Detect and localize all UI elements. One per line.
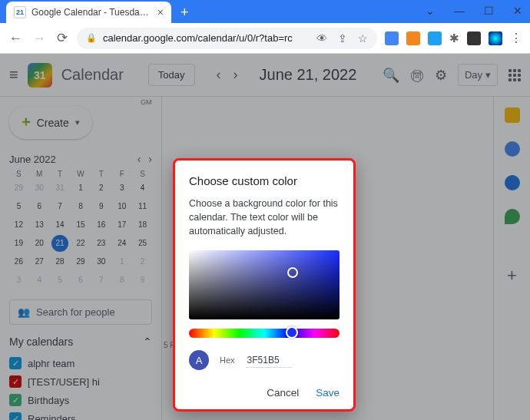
profile-avatar-icon[interactable]: [489, 31, 502, 45]
hex-input[interactable]: [246, 353, 292, 368]
color-saturation-area[interactable]: [189, 250, 340, 319]
tab-favicon-icon: 21: [14, 6, 26, 18]
extension-icon[interactable]: [467, 31, 481, 45]
tab-close-icon[interactable]: ×: [157, 6, 164, 18]
browser-menu-icon[interactable]: ⋮: [510, 31, 522, 45]
back-button[interactable]: ←: [8, 29, 24, 48]
extension-icon[interactable]: [428, 31, 442, 45]
color-picker-handle[interactable]: [287, 267, 298, 278]
window-close-icon[interactable]: ✕: [512, 5, 524, 17]
tab-title: Google Calendar - Tuesday, June: [31, 7, 153, 18]
browser-tab[interactable]: 21 Google Calendar - Tuesday, June ×: [6, 2, 171, 23]
lock-icon: 🔒: [86, 33, 97, 43]
window-minimize-icon[interactable]: —: [453, 5, 465, 17]
reload-button[interactable]: ⟳: [55, 28, 69, 48]
eye-icon[interactable]: 👁: [316, 32, 327, 45]
bookmark-icon[interactable]: ☆: [358, 32, 368, 45]
address-bar[interactable]: 🔒 calendar.google.com/calendar/u/0/r?tab…: [77, 28, 377, 49]
new-tab-button[interactable]: +: [171, 2, 198, 23]
url-text: calendar.google.com/calendar/u/0/r?tab=r…: [103, 32, 310, 44]
extensions-menu-icon[interactable]: ✱: [449, 31, 459, 45]
save-button[interactable]: Save: [316, 387, 340, 399]
color-preview-badge: A: [189, 350, 209, 370]
window-maximize-icon[interactable]: ☐: [482, 5, 495, 17]
forward-button[interactable]: →: [31, 29, 48, 48]
modal-description: Choose a background color for this calen…: [189, 197, 340, 238]
extension-icon[interactable]: [385, 31, 399, 45]
custom-color-modal: Choose custom color Choose a background …: [173, 158, 356, 412]
modal-title: Choose custom color: [189, 174, 340, 187]
hue-slider[interactable]: [189, 329, 340, 338]
hue-slider-handle[interactable]: [286, 326, 298, 339]
hex-label: Hex: [220, 356, 235, 365]
extension-icon[interactable]: [406, 31, 420, 45]
cancel-button[interactable]: Cancel: [267, 387, 299, 399]
window-dropdown-icon[interactable]: ⌄: [424, 5, 436, 17]
share-icon[interactable]: ⇪: [338, 32, 347, 45]
